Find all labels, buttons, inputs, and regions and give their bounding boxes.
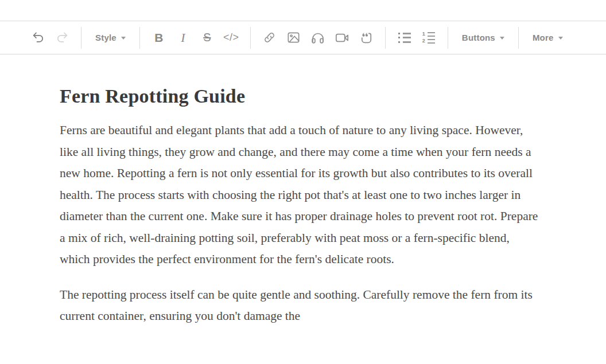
editor-window: Style B I S </>	[0, 0, 606, 327]
toolbar-divider	[81, 27, 81, 49]
insert-audio-button[interactable]	[307, 26, 329, 49]
quote-icon	[359, 30, 373, 45]
chevron-down-icon	[121, 37, 126, 40]
undo-button[interactable]	[27, 26, 49, 49]
video-camera-icon	[335, 30, 349, 45]
strikethrough-button[interactable]: S	[196, 26, 218, 49]
redo-button[interactable]	[51, 26, 73, 49]
numbered-list-icon: 1 2	[422, 32, 435, 44]
style-dropdown[interactable]: Style	[90, 26, 131, 49]
style-dropdown-label: Style	[95, 33, 116, 42]
buttons-dropdown-label: Buttons	[462, 33, 495, 42]
quote-button[interactable]	[355, 26, 377, 49]
insert-image-button[interactable]	[283, 26, 305, 49]
insert-video-button[interactable]	[331, 26, 353, 49]
link-button[interactable]	[259, 26, 281, 49]
numbered-list-button[interactable]: 1 2	[418, 26, 440, 49]
image-icon	[286, 30, 301, 45]
toolbar-divider	[518, 27, 519, 49]
numbered-list-digit: 1	[422, 32, 425, 37]
undo-icon	[32, 31, 45, 44]
code-button[interactable]: </>	[220, 26, 242, 49]
chevron-down-icon	[500, 37, 504, 40]
headphones-icon	[310, 30, 325, 45]
chevron-down-icon	[558, 37, 563, 40]
toolbar-divider	[250, 27, 251, 49]
italic-icon: I	[181, 30, 185, 45]
paragraph: The repotting process itself can be quit…	[60, 284, 541, 327]
link-icon	[263, 31, 276, 44]
toolbar-divider	[139, 27, 140, 49]
code-icon: </>	[223, 32, 239, 44]
bold-icon: B	[154, 31, 163, 45]
redo-icon	[56, 31, 69, 44]
paragraph: Ferns are beautiful and elegant plants t…	[60, 120, 541, 271]
italic-button[interactable]: I	[172, 26, 194, 49]
buttons-dropdown[interactable]: Buttons	[456, 26, 510, 49]
more-dropdown-label: More	[533, 33, 554, 42]
bold-button[interactable]: B	[148, 26, 170, 49]
numbered-list-digit: 2	[422, 38, 425, 44]
toolbar-divider	[385, 27, 386, 49]
bullet-list-button[interactable]	[394, 26, 415, 49]
document-editor[interactable]: Fern Repotting Guide Ferns are beautiful…	[0, 54, 606, 327]
bullet-list-icon	[398, 33, 411, 43]
more-dropdown[interactable]: More	[527, 26, 569, 49]
document-title: Fern Repotting Guide	[60, 85, 606, 107]
top-strip	[0, 0, 606, 21]
editor-toolbar: Style B I S </>	[0, 21, 606, 54]
strikethrough-icon: S	[203, 31, 211, 44]
toolbar-divider	[448, 27, 448, 49]
